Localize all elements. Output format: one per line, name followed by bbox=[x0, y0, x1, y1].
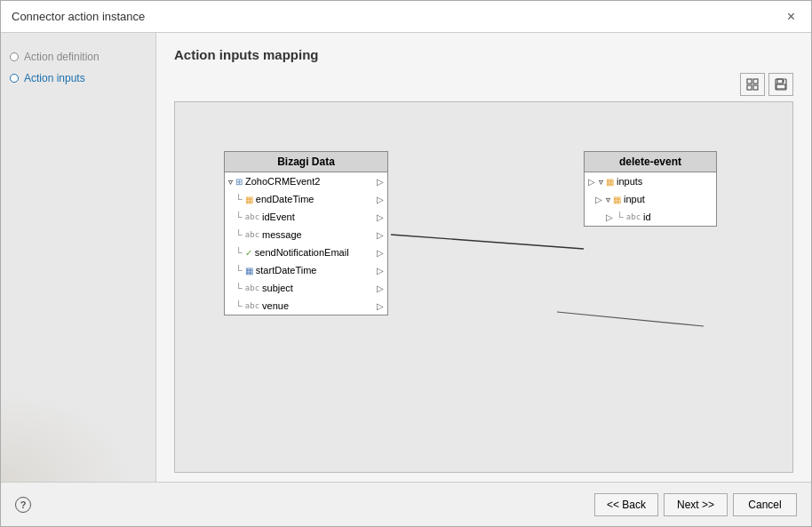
layout-icon bbox=[746, 78, 759, 91]
cancel-button[interactable]: Cancel bbox=[733, 493, 797, 516]
text-icon: abc bbox=[626, 212, 641, 221]
back-button[interactable]: << Back bbox=[594, 493, 658, 516]
close-button[interactable]: × bbox=[782, 8, 800, 26]
table-row: └ ▦ startDateTime ▷ bbox=[225, 261, 387, 279]
row-label: sendNotificationEmail bbox=[255, 247, 349, 258]
sidebar-dot-definition bbox=[10, 52, 19, 61]
row-label: subject bbox=[262, 283, 293, 293]
expand-icon: ▿ bbox=[228, 177, 233, 187]
row-label: idEvent bbox=[262, 212, 295, 222]
row-label: inputs bbox=[617, 176, 642, 187]
save-icon bbox=[775, 78, 787, 91]
section-title: Action inputs mapping bbox=[174, 47, 793, 62]
event-table: delete-event ▷ ▿ ▦ inputs ▷ ▿ ▦ bbox=[584, 151, 717, 227]
row-arrow: ▷ bbox=[377, 212, 384, 222]
text-icon: abc bbox=[245, 301, 259, 310]
table-row: ▷ ▿ ▦ input bbox=[585, 190, 716, 208]
table-row: └ abc message ▷ bbox=[225, 226, 387, 244]
row-label: message bbox=[262, 229, 302, 240]
folder-icon: ▦ bbox=[606, 177, 614, 187]
row-arrow: ▷ bbox=[377, 177, 384, 187]
sidebar-label-definition: Action definition bbox=[24, 51, 100, 63]
folder-icon: ▦ bbox=[613, 195, 621, 204]
table-row: ▿ ⊞ ZohoCRMEvent2 ▷ bbox=[225, 172, 387, 190]
layout-button[interactable] bbox=[740, 73, 765, 96]
table-row: └ abc subject ▷ bbox=[225, 279, 387, 297]
sidebar-dot-inputs bbox=[10, 74, 19, 83]
row-label: startDateTime bbox=[256, 265, 317, 275]
left-arrow: ▷ bbox=[606, 212, 613, 222]
table-row: └ ✓ sendNotificationEmail ▷ bbox=[225, 244, 387, 261]
row-arrow: ▷ bbox=[377, 230, 384, 240]
mapping-inner: Bizagi Data ▿ ⊞ ZohoCRMEvent2 ▷ └ ▦ bbox=[175, 102, 792, 472]
row-label: venue bbox=[262, 300, 289, 311]
folder-icon: ▦ bbox=[245, 195, 253, 204]
sidebar-label-inputs: Action inputs bbox=[24, 72, 85, 84]
svg-line-9 bbox=[391, 235, 584, 249]
text-icon: abc bbox=[245, 283, 259, 292]
footer-left: ? bbox=[15, 497, 31, 513]
table-row: ▷ └ abc id bbox=[585, 208, 716, 226]
db-icon: ⊞ bbox=[235, 177, 243, 187]
sidebar-item-action-definition[interactable]: Action definition bbox=[10, 51, 147, 63]
expand-icon: ▿ bbox=[599, 177, 603, 187]
row-arrow: ▷ bbox=[377, 283, 384, 293]
save-button[interactable] bbox=[768, 73, 793, 96]
check-icon: ✓ bbox=[245, 248, 252, 258]
svg-rect-2 bbox=[747, 85, 752, 90]
toolbar bbox=[174, 73, 793, 96]
row-label: id bbox=[643, 212, 651, 222]
bizagi-table: Bizagi Data ▿ ⊞ ZohoCRMEvent2 ▷ └ ▦ bbox=[224, 151, 388, 315]
row-arrow: ▷ bbox=[377, 266, 384, 275]
text-icon: abc bbox=[245, 230, 259, 239]
svg-rect-5 bbox=[777, 79, 783, 84]
svg-rect-0 bbox=[747, 79, 752, 84]
dialog-body: Action definition Action inputs Action i… bbox=[1, 33, 811, 482]
svg-rect-3 bbox=[753, 85, 758, 90]
calendar-icon: ▦ bbox=[245, 266, 253, 275]
svg-rect-7 bbox=[783, 80, 784, 83]
dialog-title: Connector action instance bbox=[12, 10, 145, 23]
footer: ? << Back Next >> Cancel bbox=[1, 482, 811, 526]
left-arrow: ▷ bbox=[588, 177, 595, 187]
row-arrow: ▷ bbox=[377, 248, 384, 258]
main-content: Action inputs mapping bbox=[156, 33, 811, 482]
row-arrow: ▷ bbox=[377, 301, 384, 311]
svg-rect-1 bbox=[753, 79, 758, 84]
footer-right: << Back Next >> Cancel bbox=[594, 493, 797, 516]
table-row: └ ▦ endDateTime ▷ bbox=[225, 190, 387, 208]
svg-line-8 bbox=[557, 312, 704, 326]
row-label: ZohoCRMEvent2 bbox=[245, 176, 320, 187]
mapping-canvas: Bizagi Data ▿ ⊞ ZohoCRMEvent2 ▷ └ ▦ bbox=[174, 101, 793, 473]
svg-rect-6 bbox=[776, 84, 785, 89]
title-bar: Connector action instance × bbox=[1, 1, 811, 33]
left-arrow: ▷ bbox=[595, 195, 602, 204]
row-label: input bbox=[624, 194, 645, 204]
table-row: ▷ ▿ ▦ inputs bbox=[585, 172, 716, 190]
sidebar: Action definition Action inputs bbox=[1, 33, 156, 482]
next-button[interactable]: Next >> bbox=[664, 493, 728, 516]
event-table-header: delete-event bbox=[585, 152, 716, 172]
dialog: Connector action instance × Action defin… bbox=[0, 0, 812, 527]
table-row: └ abc venue ▷ bbox=[225, 297, 387, 315]
expand-icon: ▿ bbox=[606, 195, 610, 204]
row-arrow: ▷ bbox=[377, 195, 384, 204]
bizagi-table-header: Bizagi Data bbox=[225, 152, 387, 172]
table-row: └ abc idEvent ▷ bbox=[225, 208, 387, 226]
row-label: endDateTime bbox=[256, 194, 314, 204]
sidebar-item-action-inputs[interactable]: Action inputs bbox=[10, 72, 147, 84]
text-icon: abc bbox=[245, 212, 259, 221]
help-button[interactable]: ? bbox=[15, 497, 31, 513]
